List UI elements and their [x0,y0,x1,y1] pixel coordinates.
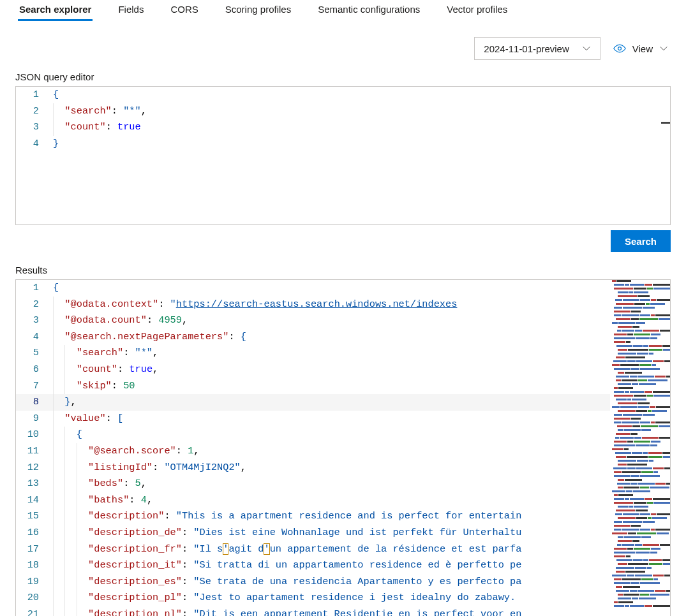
code-line: 5 "search": "*", [16,345,610,362]
code-line: 6 "count": true, [16,362,610,378]
results-viewer[interactable]: 1{2 "@odata.context": "https://search-ea… [15,279,671,616]
view-label: View [632,43,653,54]
code-line: 7 "skip": 50 [16,378,610,395]
code-line: 14 "baths": 4, [16,492,610,509]
code-line: 3 "@odata.count": 4959, [16,312,610,329]
code-line: 18 "description_it": "Si tratta di un ap… [16,557,610,574]
code-line: 19 "description_es": "Se trata de una re… [16,574,610,590]
chevron-down-icon [659,44,668,53]
overview-ruler-mark [661,122,670,124]
search-button-row: Search [0,225,686,257]
results-label: Results [0,257,686,279]
code-line: 2 "@odata.context": "https://search-east… [16,297,610,313]
tab-vector-profiles[interactable]: Vector profiles [445,0,509,21]
svg-point-0 [618,47,621,50]
code-line: 9 "value": [ [16,411,610,427]
view-dropdown[interactable]: View [613,42,668,55]
code-line: 13 "beds": 5, [16,476,610,492]
tab-cors[interactable]: CORS [169,0,199,21]
chevron-down-icon [582,44,591,53]
minimap[interactable] [610,280,670,616]
tabs-bar: Search explorerFieldsCORSScoring profile… [0,0,686,26]
code-line: 3 "count": true [16,119,670,136]
code-line: 8 }, [16,394,610,411]
code-line: 1{ [16,87,670,103]
search-button[interactable]: Search [611,230,671,252]
api-version-value: 2024-11-01-preview [484,43,569,54]
code-line: 12 "listingId": "OTM4MjI2NQ2", [16,460,610,476]
code-line: 20 "description_pl": "Jest to apartament… [16,590,610,606]
code-line: 4 "@search.nextPageParameters": { [16,329,610,346]
code-line: 15 "description": "This is a apartment r… [16,508,610,525]
code-line: 4} [16,136,670,152]
tab-semantic-configurations[interactable]: Semantic configurations [317,0,421,21]
eye-icon [613,42,626,55]
code-line: 11 "@search.score": 1, [16,443,610,460]
code-line: 21 "description_nl": "Dit is een apparte… [16,606,610,616]
tab-search-explorer[interactable]: Search explorer [18,0,93,21]
code-line: 1{ [16,280,610,297]
code-line: 2 "search": "*", [16,103,670,120]
toolbar: 2024-11-01-preview View [0,26,686,66]
code-line: 16 "description_de": "Dies ist eine Wohn… [16,525,610,541]
code-line: 10 { [16,427,610,443]
tab-scoring-profiles[interactable]: Scoring profiles [224,0,292,21]
code-line: 17 "description_fr": "Il s'agit d'un app… [16,541,610,558]
query-editor-label: JSON query editor [0,66,686,86]
tab-fields[interactable]: Fields [117,0,145,21]
json-query-editor[interactable]: 1{2 "search": "*",3 "count": true4} [15,86,671,225]
api-version-select[interactable]: 2024-11-01-preview [474,37,600,60]
